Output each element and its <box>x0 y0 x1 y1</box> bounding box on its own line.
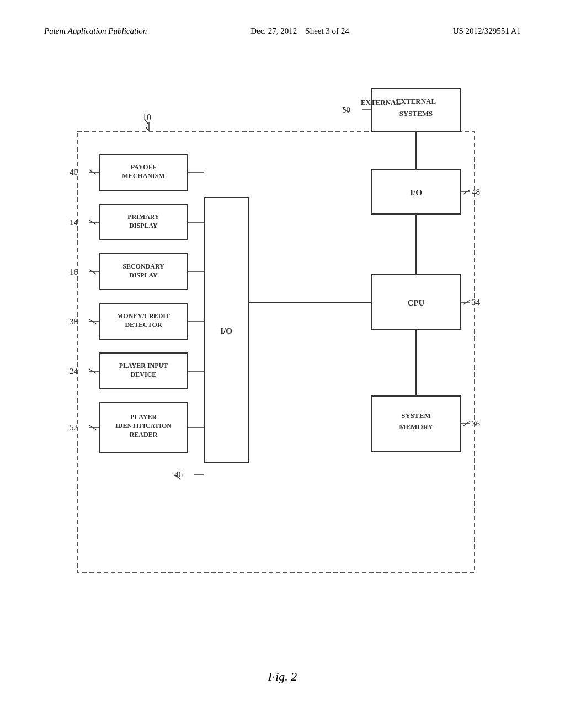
svg-text:CPU: CPU <box>408 298 425 307</box>
page-header: Patent Application Publication Dec. 27, … <box>0 26 565 36</box>
svg-text:PLAYER INPUT: PLAYER INPUT <box>119 362 168 370</box>
svg-text:50: 50 <box>342 105 350 114</box>
svg-text:10: 10 <box>142 113 151 122</box>
svg-text:MEMORY: MEMORY <box>399 422 433 431</box>
svg-rect-17 <box>204 197 248 462</box>
svg-line-39 <box>188 172 204 292</box>
svg-rect-1 <box>372 88 460 131</box>
svg-line-71 <box>89 270 96 274</box>
publication-label: Patent Application Publication <box>44 26 147 36</box>
svg-rect-21 <box>99 154 188 190</box>
svg-text:DISPLAY: DISPLAY <box>129 222 158 229</box>
date-sheet-label: Dec. 27, 2012 Sheet 3 of 24 <box>250 26 349 36</box>
svg-line-79 <box>174 475 181 479</box>
svg-text:EXTERNAL: EXTERNAL <box>361 98 401 106</box>
svg-text:52: 52 <box>70 423 78 432</box>
svg-text:DETECTOR: DETECTOR <box>125 321 162 329</box>
svg-text:36: 36 <box>472 419 481 428</box>
svg-line-69 <box>89 170 96 174</box>
patent-number: US 2012/329551 A1 <box>453 26 521 36</box>
svg-rect-14 <box>372 396 460 451</box>
svg-rect-0 <box>77 131 475 572</box>
svg-line-74 <box>89 425 96 430</box>
svg-text:I/O: I/O <box>220 326 232 335</box>
svg-line-48 <box>146 127 149 131</box>
figure-label: Fig. 2 <box>268 670 297 683</box>
svg-text:PRIMARY: PRIMARY <box>127 213 159 221</box>
svg-line-77 <box>463 421 470 426</box>
svg-rect-6 <box>372 170 460 214</box>
svg-line-72 <box>89 319 96 324</box>
svg-text:EXTERNAL: EXTERNAL <box>396 97 436 105</box>
svg-text:PAYOFF: PAYOFF <box>131 163 157 171</box>
svg-line-76 <box>463 300 470 304</box>
svg-text:24: 24 <box>70 367 78 376</box>
svg-text:48: 48 <box>472 188 480 196</box>
figure-caption: Fig. 2 <box>0 670 565 684</box>
svg-text:46: 46 <box>174 470 183 479</box>
svg-text:PLAYER: PLAYER <box>130 413 157 421</box>
svg-text:DEVICE: DEVICE <box>131 371 157 378</box>
svg-text:MONEY/CREDIT: MONEY/CREDIT <box>117 312 170 320</box>
svg-text:DISPLAY: DISPLAY <box>129 271 158 279</box>
svg-text:38: 38 <box>70 317 78 326</box>
svg-text:MECHANISM: MECHANISM <box>122 172 164 180</box>
svg-text:16: 16 <box>70 267 78 276</box>
svg-text:SYSTEMS: SYSTEMS <box>399 109 433 117</box>
svg-line-73 <box>89 369 96 373</box>
svg-line-78 <box>342 108 349 112</box>
svg-text:40: 40 <box>70 168 78 176</box>
svg-line-70 <box>89 220 96 224</box>
svg-line-80 <box>145 119 148 124</box>
svg-rect-27 <box>99 254 188 290</box>
diagram-area: 50 EXTERNAL 48 34 36 46 <box>44 88 521 612</box>
diagram-svg: 50 EXTERNAL 48 34 36 46 <box>44 88 521 612</box>
svg-text:SYSTEM: SYSTEM <box>401 411 430 420</box>
svg-text:34: 34 <box>472 298 481 307</box>
svg-text:14: 14 <box>70 218 78 227</box>
svg-rect-33 <box>99 353 188 389</box>
svg-text:SECONDARY: SECONDARY <box>122 263 164 270</box>
svg-rect-10 <box>372 275 460 330</box>
svg-rect-36 <box>99 403 188 452</box>
svg-line-75 <box>463 190 470 194</box>
svg-rect-30 <box>99 303 188 339</box>
svg-text:I/O: I/O <box>410 188 422 197</box>
svg-text:READER: READER <box>130 431 158 438</box>
svg-text:IDENTIFICATION: IDENTIFICATION <box>115 422 172 430</box>
svg-rect-24 <box>99 204 188 240</box>
